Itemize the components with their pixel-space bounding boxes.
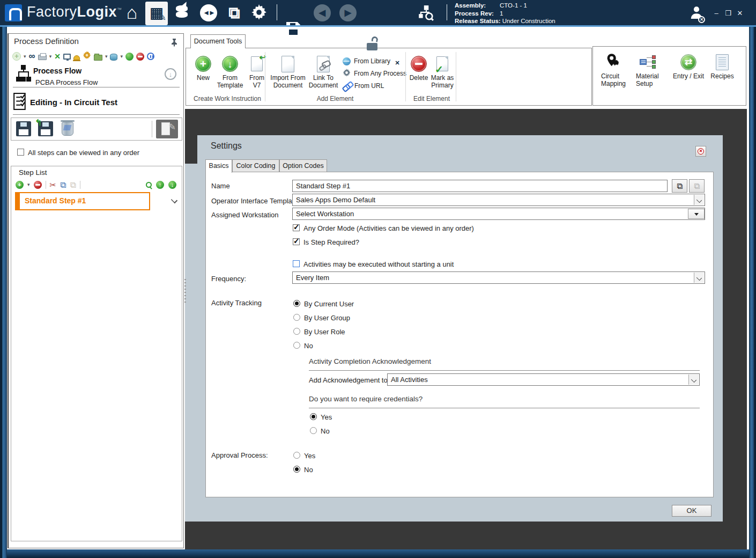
credentials-yes-radio[interactable] — [310, 413, 317, 420]
tab-basics[interactable]: Basics — [205, 159, 232, 173]
import-dropdown-icon[interactable]: ▾ — [120, 54, 123, 59]
panel-splitter[interactable] — [184, 279, 186, 303]
unlock-icon[interactable] — [367, 36, 377, 50]
settings-gear-icon[interactable] — [251, 4, 267, 23]
zoom-step-icon[interactable] — [146, 182, 152, 188]
expand-down-icon[interactable] — [165, 68, 176, 80]
paste-icon[interactable] — [70, 181, 76, 189]
presentation-icon[interactable] — [63, 54, 71, 60]
export-folder-icon[interactable] — [94, 55, 102, 61]
pause-icon[interactable] — [147, 53, 154, 60]
tracking-user-group-radio[interactable] — [293, 314, 300, 321]
delete-step-icon[interactable] — [62, 122, 73, 136]
pin-icon[interactable] — [171, 38, 177, 49]
step-required-label: Is Step Required? — [303, 238, 359, 246]
find-binoculars-icon[interactable] — [29, 52, 35, 61]
documents-icon[interactable] — [226, 4, 243, 21]
toolbar-separator — [152, 121, 152, 137]
from-library-button[interactable]: From Library — [343, 56, 390, 66]
mark-as-primary-button[interactable]: ✓ Mark as Primary — [425, 55, 459, 89]
entry-exit-button[interactable]: Entry / Exit — [670, 53, 707, 80]
step-list-item[interactable]: Standard Step #1 — [15, 192, 150, 210]
from-template-button[interactable]: From Template — [214, 55, 246, 89]
paste-settings-button[interactable]: ⧉ — [689, 179, 705, 193]
maximize-button[interactable]: ❒ — [724, 10, 732, 17]
forward-icon[interactable] — [339, 4, 357, 21]
add-icon[interactable] — [12, 52, 21, 61]
execute-without-unit-checkbox[interactable] — [293, 260, 300, 267]
chevron-down-icon[interactable] — [694, 195, 704, 205]
publish-globe-icon[interactable] — [125, 53, 134, 61]
dialog-close-button[interactable]: ✕ — [695, 146, 706, 157]
move-up-icon[interactable]: ↑ — [156, 181, 164, 189]
assembly-label: Assembly: — [455, 2, 500, 10]
tab-document-tools[interactable]: Document Tools — [190, 34, 246, 48]
home-icon[interactable] — [122, 4, 142, 21]
add-step-dropdown-icon[interactable]: ▾ — [27, 182, 30, 187]
alert-bell-icon[interactable] — [73, 55, 80, 60]
user-logout-icon[interactable]: ✕ — [690, 5, 703, 22]
new-work-instruction-button[interactable]: New — [193, 55, 213, 82]
group-title-edit-element: Edit Element — [405, 95, 458, 102]
gear-icon[interactable] — [83, 51, 91, 62]
material-setup-button[interactable]: Material Setup — [636, 53, 671, 87]
from-any-process-button[interactable]: From Any Process — [343, 69, 406, 78]
any-order-mode-checkbox[interactable] — [293, 224, 300, 231]
link-to-document-button[interactable]: Link To Document — [303, 55, 344, 89]
frequency-select[interactable]: Every Item — [292, 271, 705, 284]
process-search-icon[interactable] — [417, 4, 434, 24]
operator-template-select[interactable]: Sales Apps Demo Default — [292, 194, 705, 206]
production-icon[interactable] — [175, 4, 189, 20]
workstation-select[interactable]: Select Workstation — [292, 208, 705, 220]
document-link-icon — [317, 56, 330, 72]
sync-icon[interactable] — [200, 4, 217, 21]
workstation-dropdown-button[interactable] — [688, 209, 705, 219]
copy-icon[interactable] — [60, 181, 66, 189]
material-diagram-icon — [639, 54, 656, 70]
step-required-checkbox[interactable] — [293, 238, 300, 245]
add-dropdown-icon[interactable]: ▾ — [24, 54, 26, 59]
recipes-button[interactable]: Recipes — [707, 53, 737, 80]
tracking-no-radio[interactable] — [293, 342, 300, 349]
close-button[interactable]: ✕ — [736, 10, 744, 17]
minimize-button[interactable]: – — [712, 10, 721, 17]
print-icon[interactable] — [38, 55, 47, 60]
rearrange-icon[interactable] — [54, 52, 61, 61]
chevron-down-icon[interactable] — [694, 273, 704, 283]
cut-icon[interactable] — [50, 181, 57, 189]
frequency-label: Frequency: — [211, 275, 246, 283]
dialog-content — [205, 172, 714, 497]
tab-option-codes[interactable]: Option Codes — [279, 159, 327, 172]
chevron-down-icon[interactable] — [688, 375, 699, 385]
ok-button[interactable]: OK — [672, 505, 711, 517]
approval-no-radio[interactable] — [293, 466, 300, 473]
move-down-icon[interactable]: ↓ — [168, 181, 176, 189]
tab-color-coding[interactable]: Color Coding — [232, 159, 279, 172]
add-step-icon[interactable]: + — [16, 181, 24, 189]
export-dropdown-icon[interactable]: ▾ — [105, 54, 108, 59]
credentials-no-radio[interactable] — [310, 427, 317, 434]
copy-settings-button[interactable]: ⧉ — [672, 179, 687, 193]
save-icon[interactable] — [286, 22, 300, 36]
acknowledgement-select[interactable]: All Activities — [387, 373, 700, 386]
circuit-mapping-button[interactable]: Circuit Mapping — [601, 53, 634, 87]
any-order-checkbox[interactable] — [17, 149, 24, 156]
tracking-current-user-radio[interactable] — [293, 300, 300, 307]
import-package-icon[interactable] — [110, 54, 117, 61]
back-icon[interactable] — [314, 4, 331, 21]
from-url-button[interactable]: From URL — [343, 81, 384, 91]
print-dropdown-icon[interactable]: ▾ — [49, 54, 52, 59]
remove-icon[interactable] — [136, 53, 144, 61]
approval-yes-radio[interactable] — [293, 452, 300, 459]
step-chevron-icon[interactable] — [171, 197, 177, 203]
name-input[interactable] — [292, 180, 668, 192]
editing-toolbar: ↰ ✎ — [11, 118, 182, 141]
tracking-user-role-radio[interactable] — [293, 328, 300, 335]
lock-cancel-icon[interactable]: ✕ — [392, 53, 403, 67]
save-step-icon[interactable] — [16, 121, 31, 136]
remove-step-icon[interactable] — [34, 181, 42, 189]
credentials-yes-label: Yes — [321, 413, 332, 421]
process-editor-tab-icon[interactable]: ✎ — [145, 2, 168, 25]
save-import-icon[interactable]: ↰ — [38, 121, 53, 136]
edit-document-button[interactable]: ✎ — [156, 120, 178, 138]
